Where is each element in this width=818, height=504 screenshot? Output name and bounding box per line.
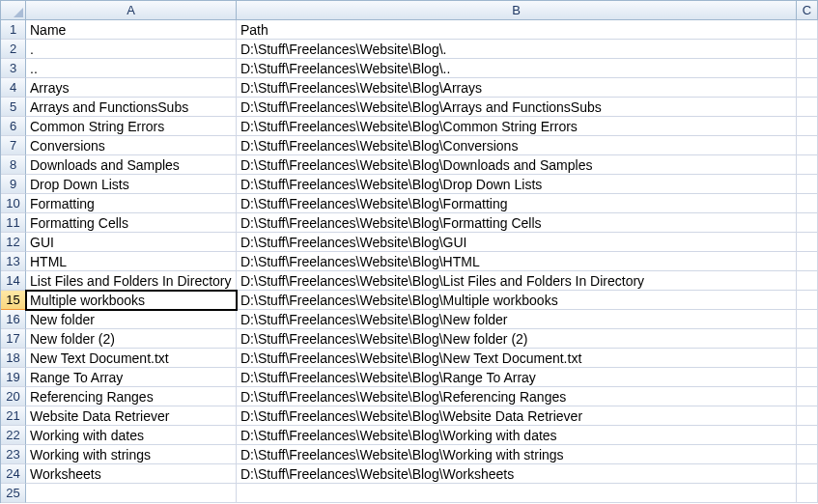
cell[interactable]: Working with dates (26, 426, 237, 445)
cell[interactable]: D:\Stuff\Freelances\Website\Blog\Working… (237, 426, 797, 445)
column-header-b[interactable]: B (237, 1, 797, 20)
cell[interactable]: Arrays and FunctionsSubs (26, 98, 237, 117)
cell[interactable]: D:\Stuff\Freelances\Website\Blog\List Fi… (237, 271, 797, 291)
row-header[interactable]: 23 (1, 445, 26, 464)
row-header[interactable]: 25 (1, 484, 26, 503)
row-header[interactable]: 21 (1, 406, 26, 426)
cell[interactable]: D:\Stuff\Freelances\Website\Blog\Workshe… (237, 464, 797, 484)
spreadsheet-grid[interactable]: ABC1NamePath2.D:\Stuff\Freelances\Websit… (0, 0, 818, 503)
cell[interactable]: D:\Stuff\Freelances\Website\Blog\.. (237, 59, 797, 78)
cell[interactable] (797, 213, 818, 233)
cell[interactable]: D:\Stuff\Freelances\Website\Blog\New fol… (237, 310, 797, 329)
cell[interactable] (797, 136, 818, 155)
cell[interactable] (797, 78, 818, 98)
cell[interactable]: Working with strings (26, 445, 237, 464)
row-header[interactable]: 24 (1, 464, 26, 484)
row-header[interactable]: 10 (1, 194, 26, 213)
cell[interactable]: Multiple workbooks (26, 291, 237, 310)
cell[interactable]: GUI (26, 233, 237, 252)
cell[interactable]: D:\Stuff\Freelances\Website\Blog\Range T… (237, 368, 797, 387)
row-header[interactable]: 22 (1, 426, 26, 445)
cell[interactable]: Website Data Retriever (26, 406, 237, 426)
row-header[interactable]: 17 (1, 329, 26, 349)
cell[interactable]: D:\Stuff\Freelances\Website\Blog\Referen… (237, 387, 797, 406)
cell[interactable] (26, 484, 237, 503)
column-header-a[interactable]: A (26, 1, 237, 20)
cell[interactable]: .. (26, 59, 237, 78)
cell[interactable]: D:\Stuff\Freelances\Website\Blog\GUI (237, 233, 797, 252)
cell[interactable] (797, 233, 818, 252)
cell[interactable] (797, 252, 818, 271)
cell[interactable] (797, 349, 818, 368)
cell[interactable] (797, 464, 818, 484)
cell[interactable] (797, 445, 818, 464)
cell[interactable]: D:\Stuff\Freelances\Website\Blog\Drop Do… (237, 175, 797, 194)
cell[interactable]: Referencing Ranges (26, 387, 237, 406)
cell[interactable] (797, 98, 818, 117)
row-header[interactable]: 3 (1, 59, 26, 78)
cell[interactable]: D:\Stuff\Freelances\Website\Blog\Common … (237, 117, 797, 136)
cell[interactable] (797, 20, 818, 40)
cell[interactable]: D:\Stuff\Freelances\Website\Blog\Working… (237, 445, 797, 464)
column-header-c[interactable]: C (797, 1, 818, 20)
cell[interactable]: New folder (26, 310, 237, 329)
cell[interactable]: D:\Stuff\Freelances\Website\Blog\New fol… (237, 329, 797, 349)
row-header[interactable]: 20 (1, 387, 26, 406)
cell[interactable] (797, 271, 818, 291)
cell[interactable] (797, 368, 818, 387)
cell[interactable] (797, 291, 818, 310)
cell[interactable]: D:\Stuff\Freelances\Website\Blog\Website… (237, 406, 797, 426)
cell[interactable] (797, 117, 818, 136)
cell[interactable] (797, 426, 818, 445)
cell[interactable]: Path (237, 20, 797, 40)
row-header[interactable]: 18 (1, 349, 26, 368)
row-header[interactable]: 4 (1, 78, 26, 98)
cell[interactable]: D:\Stuff\Freelances\Website\Blog\Downloa… (237, 155, 797, 175)
cell[interactable]: D:\Stuff\Freelances\Website\Blog\. (237, 40, 797, 59)
cell[interactable] (797, 329, 818, 349)
cell[interactable] (797, 310, 818, 329)
row-header[interactable]: 12 (1, 233, 26, 252)
cell[interactable]: Common String Errors (26, 117, 237, 136)
row-header[interactable]: 14 (1, 271, 26, 291)
row-header[interactable]: 13 (1, 252, 26, 271)
cell[interactable] (797, 40, 818, 59)
row-header[interactable]: 6 (1, 117, 26, 136)
cell[interactable]: D:\Stuff\Freelances\Website\Blog\Arrays … (237, 98, 797, 117)
row-header[interactable]: 11 (1, 213, 26, 233)
cell[interactable]: D:\Stuff\Freelances\Website\Blog\Multipl… (237, 291, 797, 310)
cell[interactable]: . (26, 40, 237, 59)
row-header[interactable]: 9 (1, 175, 26, 194)
cell[interactable] (797, 175, 818, 194)
cell[interactable]: Drop Down Lists (26, 175, 237, 194)
cell[interactable] (797, 194, 818, 213)
row-header[interactable]: 19 (1, 368, 26, 387)
cell[interactable]: New Text Document.txt (26, 349, 237, 368)
row-header[interactable]: 7 (1, 136, 26, 155)
cell[interactable]: Downloads and Samples (26, 155, 237, 175)
cell[interactable] (237, 484, 797, 503)
cell[interactable] (797, 406, 818, 426)
cell[interactable]: D:\Stuff\Freelances\Website\Blog\New Tex… (237, 349, 797, 368)
cell[interactable]: D:\Stuff\Freelances\Website\Blog\Arrays (237, 78, 797, 98)
row-header[interactable]: 1 (1, 20, 26, 40)
cell[interactable]: List Files and Folders In Directory (26, 271, 237, 291)
cell[interactable]: Range To Array (26, 368, 237, 387)
cell[interactable]: HTML (26, 252, 237, 271)
select-all-corner[interactable] (1, 1, 26, 20)
cell[interactable]: Worksheets (26, 464, 237, 484)
row-header[interactable]: 8 (1, 155, 26, 175)
cell[interactable]: Name (26, 20, 237, 40)
cell[interactable]: D:\Stuff\Freelances\Website\Blog\Formatt… (237, 213, 797, 233)
cell[interactable]: D:\Stuff\Freelances\Website\Blog\HTML (237, 252, 797, 271)
cell[interactable]: Formatting (26, 194, 237, 213)
cell[interactable]: Conversions (26, 136, 237, 155)
cell[interactable]: Arrays (26, 78, 237, 98)
row-header[interactable]: 15 (1, 291, 26, 310)
cell[interactable] (797, 155, 818, 175)
cell[interactable] (797, 387, 818, 406)
cell[interactable] (797, 484, 818, 503)
cell[interactable]: Formatting Cells (26, 213, 237, 233)
row-header[interactable]: 2 (1, 40, 26, 59)
row-header[interactable]: 5 (1, 98, 26, 117)
